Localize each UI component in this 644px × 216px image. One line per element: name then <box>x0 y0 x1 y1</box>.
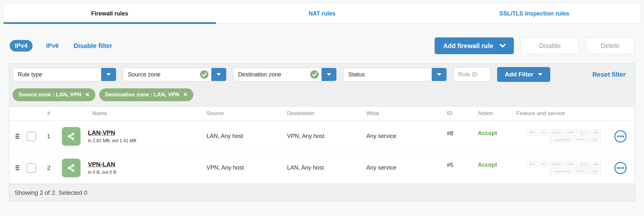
chip-close-icon[interactable]: ✕ <box>85 92 90 97</box>
triangle-down-icon <box>106 73 111 76</box>
rule-name-link[interactable]: LAN-VPN <box>88 129 115 136</box>
feature-badge: IPS <box>527 161 538 167</box>
table-footer: Showing 2 of 2. Selected 0 <box>9 184 635 201</box>
feature-badge: PRX <box>574 137 587 143</box>
firewall-rule-row: 2 VPN-LAN in 0 B, out 0 B VPN, Any host … <box>9 152 635 184</box>
filter-dropdown[interactable]: Source zone <box>123 68 226 81</box>
row-checkbox[interactable] <box>26 132 36 141</box>
ip-version-pill[interactable]: IPv4 <box>10 40 33 52</box>
filter-chip-label: Source zone : LAN, VPN <box>18 92 82 98</box>
feature-badge: WEB <box>549 161 563 167</box>
filter-chips-row: Source zone : LAN, VPN ✕ Destination zon… <box>9 82 635 106</box>
rule-source: LAN, Any host <box>197 133 277 140</box>
tab[interactable]: Firewall rules <box>4 4 216 24</box>
rule-id: #8 <box>437 121 468 137</box>
row-menu-ellipsis-button[interactable] <box>614 162 627 174</box>
feature-badge: APP <box>564 130 576 136</box>
tab-label: NAT rules <box>309 10 336 17</box>
tab-bar: Firewall rules NAT rules SSL/TLS inspect… <box>3 3 641 24</box>
add-firewall-rule-label: Add firewall rule <box>443 42 493 50</box>
dropdown-arrow-button[interactable] <box>432 68 447 81</box>
filter-dropdown[interactable]: Destination zone <box>233 68 337 81</box>
rule-what: Any service <box>357 164 437 171</box>
ip-version-pill[interactable]: IPv6 <box>41 40 64 52</box>
tab[interactable]: SSL/TLS inspection rules <box>428 4 640 24</box>
chip-close-icon[interactable]: ✕ <box>183 92 187 97</box>
filter-chip: Destination zone : LAN, VPN ✕ <box>99 88 193 101</box>
rule-id-input[interactable] <box>453 67 491 82</box>
reset-filter-link[interactable]: Reset filter <box>592 71 626 78</box>
toolbar-actions: Add firewall rule Disable Delete <box>435 37 634 54</box>
firewall-rules-panel: Rule type Source zone Destination zone <box>9 63 635 201</box>
filter-dropdown[interactable]: Rule type <box>13 68 116 81</box>
rule-source: VPN, Any host <box>197 164 277 171</box>
feature-badge: WEB <box>549 130 563 136</box>
row-number: 2 <box>40 164 57 172</box>
feature-badge: QoS <box>578 161 590 167</box>
column-header-what: What <box>357 110 437 117</box>
feature-badges: IPSAVWEBAPPQoSHB LinkedNATPRXLOG <box>516 130 601 143</box>
delete-button[interactable]: Delete <box>586 37 634 54</box>
triangle-down-icon <box>327 73 331 76</box>
filter-applied-check-icon <box>200 70 209 79</box>
rule-what: Any service <box>357 133 437 140</box>
dropdown-arrow-button[interactable] <box>101 68 116 81</box>
rule-type-share-icon <box>62 127 81 146</box>
feature-badge: LinkedNAT <box>549 168 573 174</box>
feature-badge: IPS <box>527 130 538 136</box>
filter-bar: Rule type Source zone Destination zone <box>9 64 635 82</box>
column-header-source: Source <box>197 110 277 117</box>
rule-destination: VPN, Any host <box>277 133 357 140</box>
table-body: 1 LAN-VPN in 2.81 MB, out 1.41 MB LAN, A… <box>9 121 635 184</box>
rule-type-share-icon <box>62 159 81 177</box>
ip-version-label: IPv6 <box>46 42 59 49</box>
feature-badge: QoS <box>578 130 590 136</box>
feature-badge: LOG <box>588 137 601 143</box>
column-header-features: Feature and service <box>507 110 606 117</box>
firewall-rule-row: 1 LAN-VPN in 2.81 MB, out 1.41 MB LAN, A… <box>9 121 635 152</box>
disable-filter-link[interactable]: Disable filter <box>73 42 112 50</box>
filter-dropdown-label: Rule type <box>18 71 101 78</box>
feature-badges: IPSAVWEBAPPQoSHB LinkedNATPRXLOG <box>516 161 601 174</box>
chevron-down-icon <box>500 44 505 48</box>
toolbar: IPv4 IPv6 Disable filter Add firewall ru… <box>10 37 634 54</box>
disable-button[interactable]: Disable <box>521 37 579 54</box>
dropdown-arrow-button[interactable] <box>322 68 336 81</box>
dropdown-arrow-button[interactable] <box>211 68 226 81</box>
row-menu-ellipsis-button[interactable] <box>614 130 627 142</box>
filter-chip-label: Destination zone : LAN, VPN <box>105 92 179 98</box>
rule-destination: LAN, Any host <box>277 164 357 171</box>
ip-version-label: IPv4 <box>15 42 27 49</box>
column-header-destination: Destination <box>277 110 357 117</box>
filter-dropdown-label: Destination zone <box>238 71 310 78</box>
feature-badge: APP <box>564 161 576 167</box>
chevron-down-icon <box>538 73 543 76</box>
filter-applied-check-icon <box>310 70 319 79</box>
filter-dropdown-label: Status <box>348 71 432 78</box>
row-checkbox[interactable] <box>26 163 36 173</box>
feature-badge: HB <box>591 130 601 136</box>
add-filter-label: Add Filter <box>505 71 533 78</box>
add-firewall-rule-button[interactable]: Add firewall rule <box>435 37 514 54</box>
filter-dropdown[interactable]: Status <box>343 68 447 81</box>
rule-action: Accept <box>468 152 507 168</box>
rule-name-link[interactable]: VPN-LAN <box>88 161 115 168</box>
filter-chip: Source zone : LAN, VPN ✕ <box>13 88 95 101</box>
triangle-down-icon <box>216 73 221 76</box>
feature-badge: LinkedNAT <box>549 137 573 143</box>
rule-traffic-stats: in 2.81 MB, out 1.41 MB <box>88 138 197 143</box>
row-number: 1 <box>40 133 57 140</box>
feature-badge: LOG <box>588 168 601 174</box>
feature-badge: PRX <box>574 168 587 174</box>
rule-action: Accept <box>468 121 507 137</box>
feature-badge: HB <box>591 161 601 167</box>
add-filter-button[interactable]: Add Filter <box>497 67 550 82</box>
feature-badge: AV <box>539 130 548 136</box>
drag-handle-icon[interactable] <box>15 134 19 139</box>
tab-label: SSL/TLS inspection rules <box>499 10 569 17</box>
drag-handle-icon[interactable] <box>15 165 19 170</box>
tab[interactable]: NAT rules <box>216 4 428 24</box>
rule-id: #5 <box>437 152 468 169</box>
triangle-down-icon <box>437 73 441 76</box>
column-header-action: Action <box>468 110 507 117</box>
